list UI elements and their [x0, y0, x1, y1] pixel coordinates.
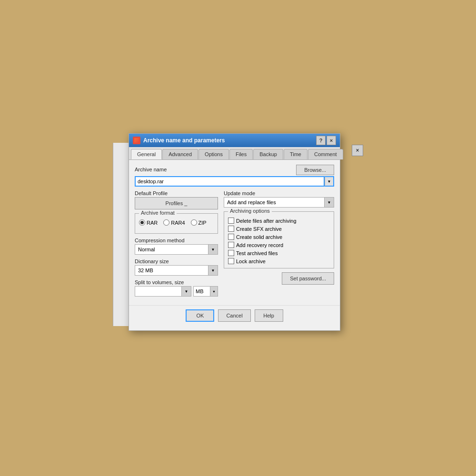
dictionary-size-select: 32 MB ▼ — [135, 265, 218, 276]
tab-options[interactable]: Options — [198, 149, 229, 159]
archive-name-dropdown-arrow[interactable]: ▼ — [325, 176, 334, 187]
lock-archive-checkbox[interactable] — [228, 258, 234, 264]
default-profile-label: Default Profile — [135, 190, 218, 196]
archive-format-row: Archive format RAR RAR4 — [135, 213, 218, 234]
dialog-body: Archive name Browse... ▼ Default Profile… — [129, 160, 340, 305]
archiving-options-groupbox: Archiving options Delete files after arc… — [224, 211, 334, 268]
option-recovery-record[interactable]: Add recovery record — [228, 242, 330, 248]
dialog-title: Archive name and parameters — [143, 137, 225, 144]
solid-archive-checkbox[interactable] — [228, 234, 234, 240]
dictionary-size-row: Dictionary size 32 MB ▼ — [135, 258, 218, 276]
dictionary-size-value: 32 MB — [135, 265, 208, 276]
dialog-titlebar-buttons: ? × — [316, 136, 336, 145]
tab-time[interactable]: Time — [284, 149, 307, 159]
archive-format-groupbox: Archive format RAR RAR4 — [135, 213, 218, 234]
format-radio-group: RAR RAR4 ZIP — [139, 219, 214, 226]
delete-files-checkbox[interactable] — [228, 218, 234, 224]
background-close-button[interactable]: × — [352, 145, 363, 156]
compression-method-label: Compression method — [135, 238, 218, 243]
left-column: Default Profile Profiles _ Archive forma… — [135, 190, 218, 300]
winrar-icon — [133, 137, 140, 144]
option-create-sfx[interactable]: Create SFX archive — [228, 226, 330, 232]
split-volumes-row: Split to volumes, size ▼ MB ▼ — [135, 279, 218, 297]
split-volumes-label: Split to volumes, size — [135, 279, 218, 285]
compression-method-value: Normal — [135, 244, 208, 255]
tab-comment[interactable]: Comment — [308, 149, 343, 159]
option-test-files[interactable]: Test archived files — [228, 250, 330, 256]
update-mode-value: Add and replace files — [224, 197, 325, 208]
compression-method-row: Compression method Normal ▼ — [135, 238, 218, 255]
split-input-group: ▼ — [135, 286, 191, 297]
zip-radio[interactable] — [191, 219, 197, 226]
archiving-options-row: Archiving options Delete files after arc… — [224, 211, 334, 268]
archive-name-input-group: ▼ — [135, 176, 334, 187]
archiving-options-title: Archiving options — [228, 208, 272, 214]
create-sfx-checkbox[interactable] — [228, 226, 234, 232]
default-profile-row: Default Profile Profiles _ — [135, 190, 218, 209]
right-column: Update mode Add and replace files ▼ Arch… — [224, 190, 334, 300]
split-volumes-input[interactable] — [135, 286, 182, 297]
rar-radio[interactable] — [139, 219, 145, 226]
archive-dialog: Archive name and parameters ? × General … — [129, 133, 340, 331]
archive-format-title: Archive format — [139, 210, 177, 216]
help-button[interactable]: ? — [316, 136, 326, 145]
close-button[interactable]: × — [327, 136, 336, 145]
recovery-record-checkbox[interactable] — [228, 242, 234, 248]
update-mode-label: Update mode — [224, 190, 334, 196]
option-delete-files[interactable]: Delete files after archiving — [228, 218, 330, 224]
archive-name-label: Archive name — [135, 167, 167, 172]
set-password-row: Set password... — [224, 272, 334, 285]
update-mode-select: Add and replace files ▼ — [224, 197, 334, 208]
tab-bar: General Advanced Options Files Backup Ti… — [129, 147, 340, 160]
option-solid-archive[interactable]: Create solid archive — [228, 234, 330, 240]
browse-button[interactable]: Browse... — [296, 165, 334, 175]
options-checkbox-group: Delete files after archiving Create SFX … — [228, 218, 330, 264]
help-footer-button[interactable]: Help — [255, 309, 283, 322]
dictionary-size-label: Dictionary size — [135, 258, 218, 264]
set-password-button[interactable]: Set password... — [282, 272, 334, 285]
option-lock-archive[interactable]: Lock archive — [228, 258, 330, 264]
dialog-titlebar: Archive name and parameters ? × — [129, 134, 340, 147]
update-mode-arrow[interactable]: ▼ — [325, 197, 334, 208]
tab-files[interactable]: Files — [229, 149, 253, 159]
profiles-button[interactable]: Profiles _ — [135, 197, 218, 209]
update-mode-row: Update mode Add and replace files ▼ — [224, 190, 334, 208]
tab-advanced[interactable]: Advanced — [162, 149, 198, 159]
compression-method-arrow[interactable]: ▼ — [208, 244, 218, 255]
two-column-area: Default Profile Profiles _ Archive forma… — [135, 190, 334, 300]
tab-general[interactable]: General — [131, 149, 162, 159]
dictionary-size-arrow[interactable]: ▼ — [208, 265, 218, 276]
split-input-row: ▼ MB ▼ — [135, 286, 218, 297]
dialog-footer: OK Cancel Help — [129, 305, 340, 326]
archive-name-input[interactable] — [135, 176, 325, 187]
split-input-arrow[interactable]: ▼ — [182, 286, 191, 297]
format-rar4[interactable]: RAR4 — [163, 219, 185, 226]
split-unit-value: MB — [193, 286, 210, 297]
split-unit-group: MB ▼ — [193, 286, 218, 297]
archive-name-row: Archive name Browse... ▼ — [135, 165, 334, 187]
format-rar[interactable]: RAR — [139, 219, 158, 226]
split-unit-arrow[interactable]: ▼ — [210, 286, 218, 297]
test-files-checkbox[interactable] — [228, 250, 234, 256]
compression-method-select: Normal ▼ — [135, 244, 218, 255]
winrar-icon-inner — [134, 138, 139, 143]
cancel-button[interactable]: Cancel — [218, 309, 250, 322]
rar4-radio[interactable] — [163, 219, 169, 226]
ok-button[interactable]: OK — [186, 309, 214, 322]
tab-backup[interactable]: Backup — [253, 149, 283, 159]
format-zip[interactable]: ZIP — [191, 219, 207, 226]
